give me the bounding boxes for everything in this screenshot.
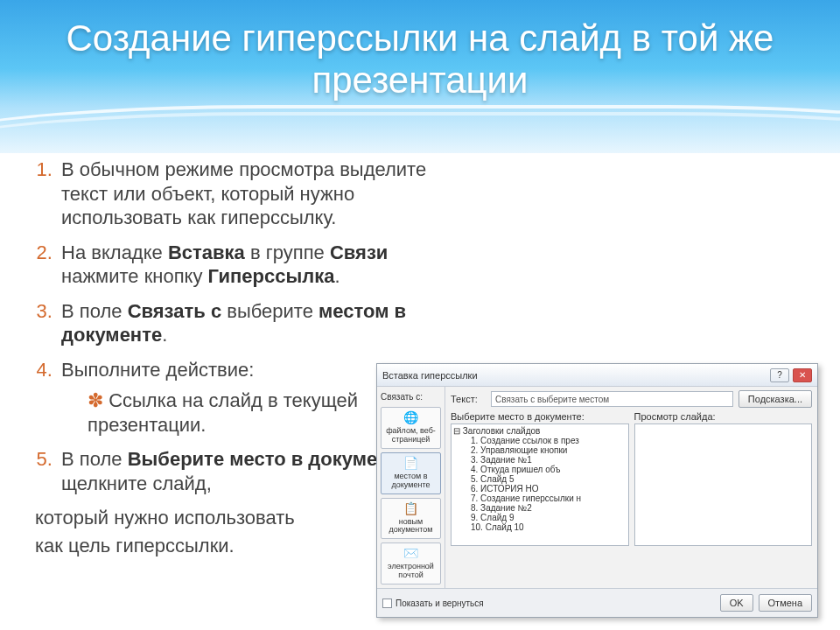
tree-item[interactable]: 3. Задание №1 xyxy=(453,455,626,465)
side-btn-email[interactable]: ✉️электронной почтой xyxy=(381,542,441,584)
slide-tree[interactable]: ⊟ Заголовки слайдов 1. Создание ссылок в… xyxy=(451,424,629,546)
close-button[interactable]: ✕ xyxy=(793,368,812,382)
preview-pane xyxy=(634,424,813,546)
link-to-label: Связать с: xyxy=(381,390,441,403)
tree-item[interactable]: 7. Создание гиперссылки н xyxy=(453,494,626,503)
step-3: В поле Связать с выберите местом в докум… xyxy=(58,299,438,347)
text-field[interactable]: Связать с выберите местом xyxy=(491,391,733,407)
show-return-checkbox[interactable]: Показать и вернуться xyxy=(382,598,484,608)
tree-item[interactable]: 10. Слайд 10 xyxy=(453,522,626,532)
dialog-footer: Показать и вернуться OK Отмена xyxy=(377,588,817,617)
text-label: Текст: xyxy=(451,394,486,404)
side-btn-place[interactable]: 📄местом в документе xyxy=(381,452,441,494)
tree-item[interactable]: 8. Задание №2 xyxy=(453,503,626,513)
ok-button[interactable]: OK xyxy=(720,594,753,612)
tree-item[interactable]: 6. ИСТОРИЯ НО xyxy=(453,484,626,494)
tree-item[interactable]: 4. Откуда пришел объ xyxy=(453,465,626,474)
tree-root[interactable]: ⊟ Заголовки слайдов xyxy=(453,426,626,436)
tree-item[interactable]: 1. Создание ссылок в през xyxy=(453,436,626,445)
side-btn-file[interactable]: 🌐файлом, веб-страницей xyxy=(381,407,441,449)
checkbox-icon xyxy=(382,598,392,608)
dialog-titlebar[interactable]: Вставка гиперссылки ? ✕ xyxy=(377,364,817,387)
help-button[interactable]: ? xyxy=(770,368,789,382)
slide-title: Создание гиперссылки на слайд в той же п… xyxy=(0,0,840,102)
dialog-title: Вставка гиперссылки xyxy=(382,370,766,381)
tree-item[interactable]: 9. Слайд 9 xyxy=(453,513,626,522)
preview-label: Просмотр слайда: xyxy=(634,411,813,422)
tree-item[interactable]: 5. Слайд 5 xyxy=(453,474,626,484)
step-1: В обычном режиме просмотра выделите текс… xyxy=(58,158,438,230)
hyperlink-dialog: Вставка гиперссылки ? ✕ Связать с: 🌐файл… xyxy=(376,363,818,618)
steps-list: В обычном режиме просмотра выделите текс… xyxy=(18,158,438,495)
choose-label: Выберите место в документе: xyxy=(451,411,629,422)
cancel-button[interactable]: Отмена xyxy=(759,594,812,612)
new-doc-icon: 📋 xyxy=(383,502,438,516)
tree-item[interactable]: 2. Управляющие кнопки xyxy=(453,445,626,455)
globe-icon: 🌐 xyxy=(383,411,438,425)
hint-button[interactable]: Подсказка... xyxy=(738,390,812,408)
mail-icon: ✉️ xyxy=(383,547,438,561)
step-2: На вкладке Вставка в группе Связи нажмит… xyxy=(58,241,438,289)
document-icon: 📄 xyxy=(383,457,438,471)
side-btn-new[interactable]: 📋новым документом xyxy=(381,498,441,540)
